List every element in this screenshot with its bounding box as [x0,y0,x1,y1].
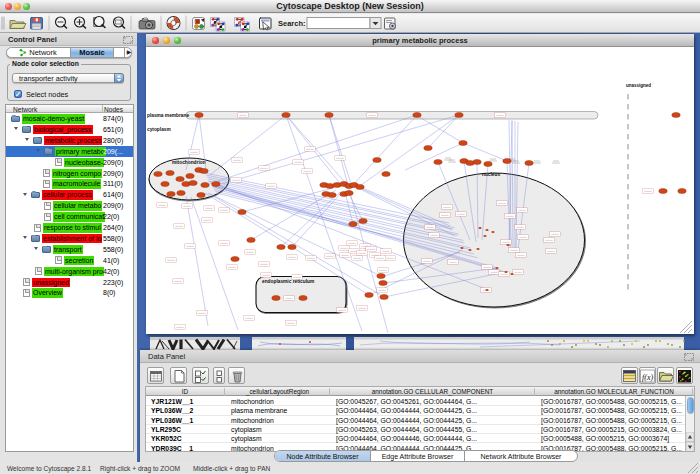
svg-text:cytoplasm: cytoplasm [147,127,171,132]
svg-text:endoplasmic reticulum: endoplasmic reticulum [262,279,314,284]
svg-text:f(x): f(x) [642,373,653,382]
svg-text:unassigned: unassigned [626,83,651,88]
svg-text:mitochondrion: mitochondrion [172,160,206,165]
svg-text:Search:: Search: [278,19,306,28]
svg-text:plasma membrane: plasma membrane [147,113,189,118]
svg-text:nucleus: nucleus [482,172,500,177]
